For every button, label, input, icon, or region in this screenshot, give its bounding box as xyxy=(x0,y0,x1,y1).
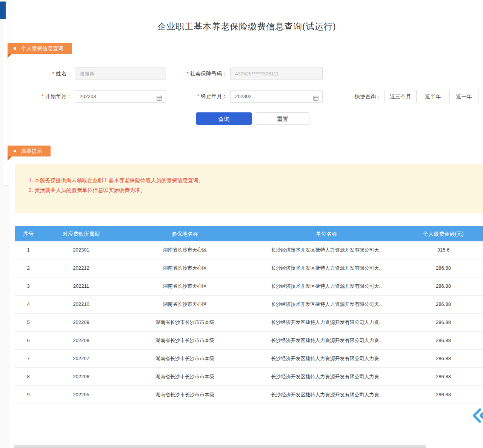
cell-amount: 286.88 xyxy=(404,296,483,313)
horizontal-scrollbar[interactable] xyxy=(14,445,426,448)
ribbon-fold xyxy=(8,54,12,58)
section-badge-tips: 温馨提示 xyxy=(8,146,51,156)
cell-amount: 286.88 xyxy=(404,368,483,385)
cell-company: 长沙经济技术开发区捷特人力资源开发有限公司天.. xyxy=(249,259,404,277)
cell-region: 湖南省长沙市天心区 xyxy=(121,296,249,313)
table-row: 5 202209 湖南省长沙市长沙市市本级 长沙经济开发区捷特人力资源开发有限公… xyxy=(15,314,483,332)
header-index: 序号 xyxy=(15,226,42,241)
cell-amount: 315.6 xyxy=(404,241,483,259)
sidebar-corner-block xyxy=(0,2,6,19)
required-asterisk: * xyxy=(42,93,44,99)
header-company: 单位名称 xyxy=(249,226,404,241)
name-label: *姓名： xyxy=(30,68,72,80)
tip-line-2: 2. 灵活就业人员的缴费单位信息以实际缴费为准。 xyxy=(29,185,472,195)
cell-region: 湖南省长沙市长沙市市本级 xyxy=(121,314,249,331)
ribbon-fold xyxy=(8,156,12,161)
quick-option-6months[interactable]: 近半年 xyxy=(418,90,448,103)
cell-period: 202208 xyxy=(42,332,121,349)
name-field[interactable]: 谢旭泰 xyxy=(75,68,166,80)
table-body: 1 202301 湖南省长沙市天心区 长沙经济技术开发区捷特人力资源开发有限公司… xyxy=(15,241,483,404)
cell-company: 长沙经济技术开发区捷特人力资源开发有限公司天.. xyxy=(249,241,404,259)
reset-button[interactable]: 重置 xyxy=(256,112,309,125)
table-row: 9 202205 湖南省长沙市长沙市市本级 长沙经济开发区捷特人力资源开发有限公… xyxy=(15,386,483,404)
end-month-label: *终止年月： xyxy=(185,90,227,103)
header-period: 对应费款所属期 xyxy=(42,226,121,241)
table-row: 6 202208 湖南省长沙市长沙市市本级 长沙经济开发区捷特人力资源开发有限公… xyxy=(15,332,483,350)
cell-period: 202212 xyxy=(42,259,121,277)
cell-company: 长沙经济技术开发区捷特人力资源开发有限公司天.. xyxy=(249,278,404,295)
quick-query-label: 快捷查询： xyxy=(350,91,381,103)
results-table: 序号 对应费款所属期 参保地名称 单位名称 个人缴费金额(元) 1 202301… xyxy=(15,226,483,404)
cell-amount: 286.88 xyxy=(404,350,483,367)
header-amount: 个人缴费金额(元) xyxy=(404,226,483,241)
query-button[interactable]: 查询 xyxy=(196,112,252,125)
cell-index: 9 xyxy=(15,386,42,404)
cell-period: 202209 xyxy=(42,314,121,331)
cell-amount: 286.88 xyxy=(404,314,483,331)
table-row: 4 202210 湖南省长沙市天心区 长沙经济技术开发区捷特人力资源开发有限公司… xyxy=(15,296,483,314)
quick-option-3months[interactable]: 近三个月 xyxy=(384,90,417,103)
calendar-icon[interactable] xyxy=(313,94,319,103)
page-title: 企业职工基本养老保险缴费信息查询(试运行) xyxy=(11,21,483,32)
cell-company: 长沙经济开发区捷特人力资源开发有限公司人力资.. xyxy=(249,314,404,331)
ssn-field[interactable]: 430525******306111 xyxy=(230,68,323,80)
table-header-row: 序号 对应费款所属期 参保地名称 单位名称 个人缴费金额(元) xyxy=(15,226,483,241)
cell-amount: 286.88 xyxy=(404,278,483,295)
start-month-field[interactable]: 202203 xyxy=(75,90,166,103)
cell-company: 长沙经济开发区捷特人力资源开发有限公司人力资.. xyxy=(249,368,404,385)
cell-region: 湖南省长沙市天心区 xyxy=(121,241,249,259)
cell-region: 湖南省长沙市长沙市市本级 xyxy=(121,386,249,404)
cell-index: 5 xyxy=(15,314,42,331)
cell-index: 6 xyxy=(15,332,42,349)
cell-index: 7 xyxy=(15,350,42,367)
cell-amount: 286.88 xyxy=(404,332,483,349)
section-badge-tips-label: 温馨提示 xyxy=(21,148,42,155)
cell-region: 湖南省长沙市长沙市市本级 xyxy=(121,332,249,349)
cell-index: 2 xyxy=(15,259,42,277)
cell-period: 202206 xyxy=(42,368,121,385)
section-badge-query: 个人缴费信息查询 xyxy=(8,43,72,54)
tips-notice-box: 1. 本服务仅提供尚未领取企业职工基本养老保险待遇人员的缴费信息查询。 2. 灵… xyxy=(15,164,483,213)
table-row: 3 202211 湖南省长沙市天心区 长沙经济技术开发区捷特人力资源开发有限公司… xyxy=(15,278,483,296)
cell-period: 202211 xyxy=(42,278,121,295)
cell-index: 1 xyxy=(15,241,42,259)
cell-company: 长沙经济开发区捷特人力资源开发有限公司人力资.. xyxy=(249,332,404,349)
cell-period: 202205 xyxy=(42,386,121,404)
bullet-icon xyxy=(14,150,16,152)
cell-period: 202207 xyxy=(42,350,121,367)
table-row: 1 202301 湖南省长沙市天心区 长沙经济技术开发区捷特人力资源开发有限公司… xyxy=(15,241,483,259)
cell-index: 4 xyxy=(15,296,42,313)
section-badge-query-label: 个人缴费信息查询 xyxy=(21,45,63,52)
start-month-label: *开始年月： xyxy=(30,90,72,103)
page: 企业职工基本养老保险缴费信息查询(试运行) 个人缴费信息查询 *姓名： 谢旭泰 … xyxy=(0,0,483,448)
cell-index: 3 xyxy=(15,278,42,295)
tip-line-1: 1. 本服务仅提供尚未领取企业职工基本养老保险待遇人员的缴费信息查询。 xyxy=(29,175,472,185)
bullet-icon xyxy=(14,47,16,50)
double-chevron-left-icon[interactable] xyxy=(472,408,483,425)
cell-company: 长沙经济开发区捷特人力资源开发有限公司人力资.. xyxy=(249,350,404,367)
ssn-label: *社会保障号码： xyxy=(172,68,227,80)
table-row: 7 202207 湖南省长沙市长沙市市本级 长沙经济开发区捷特人力资源开发有限公… xyxy=(15,350,483,368)
cell-company: 长沙经济技术开发区捷特人力资源开发有限公司天.. xyxy=(249,296,404,313)
required-asterisk: * xyxy=(52,71,54,77)
calendar-icon[interactable] xyxy=(156,94,162,103)
cell-region: 湖南省长沙市长沙市市本级 xyxy=(121,350,249,367)
required-asterisk: * xyxy=(197,93,199,99)
cell-amount: 286.88 xyxy=(404,386,483,404)
end-month-field[interactable]: 202302 xyxy=(230,90,323,103)
table-row: 2 202212 湖南省长沙市天心区 长沙经济技术开发区捷特人力资源开发有限公司… xyxy=(15,259,483,278)
cell-period: 202301 xyxy=(42,241,121,259)
header-region: 参保地名称 xyxy=(121,226,249,241)
cell-region: 湖南省长沙市天心区 xyxy=(121,259,249,277)
cell-company: 长沙经济开发区捷特人力资源开发有限公司人力资.. xyxy=(249,386,404,404)
cell-index: 8 xyxy=(15,368,42,385)
cell-region: 湖南省长沙市长沙市市本级 xyxy=(121,368,249,385)
required-asterisk: * xyxy=(187,71,189,77)
cell-period: 202210 xyxy=(42,296,121,313)
table-row: 8 202206 湖南省长沙市长沙市市本级 长沙经济开发区捷特人力资源开发有限公… xyxy=(15,368,483,386)
cell-amount: 286.88 xyxy=(404,259,483,277)
quick-option-1year[interactable]: 近一年 xyxy=(449,90,478,103)
cell-region: 湖南省长沙市天心区 xyxy=(121,278,249,295)
